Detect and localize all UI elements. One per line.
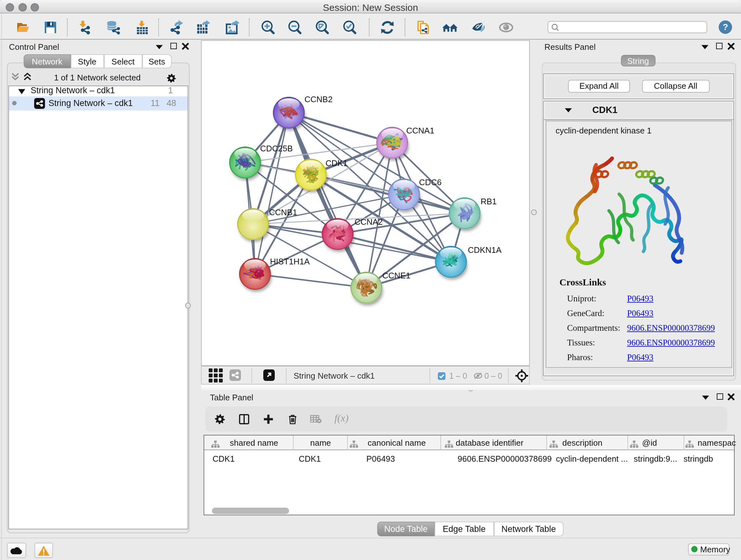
svg-text:CDK1: CDK1 [326, 159, 347, 168]
svg-text:CCNE1: CCNE1 [382, 271, 410, 280]
svg-text:CDC25B: CDC25B [260, 144, 293, 153]
svg-text:CCNA2: CCNA2 [354, 217, 383, 227]
svg-text:HIST1H1A: HIST1H1A [270, 257, 310, 266]
svg-text:CDKN1A: CDKN1A [468, 245, 502, 255]
svg-text:CCNB1: CCNB1 [269, 207, 297, 217]
svg-text:CDC6: CDC6 [419, 178, 442, 187]
svg-text:RB1: RB1 [481, 197, 497, 206]
svg-text:CCNB2: CCNB2 [305, 95, 333, 104]
svg-text:CCNA1: CCNA1 [406, 126, 434, 135]
